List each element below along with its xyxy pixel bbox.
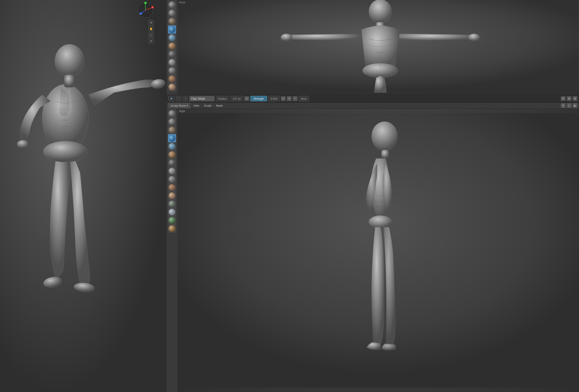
- mode-icon-2: [176, 96, 181, 101]
- camera-tool[interactable]: 🎥: [148, 32, 154, 38]
- brush-flatten-b[interactable]: [168, 175, 176, 183]
- main-3d-scene: X Y Z ✛ ✋ 🎥 #: [0, 0, 166, 392]
- strength-edit-btn[interactable]: ✏: [281, 96, 286, 101]
- main-viewport[interactable]: X Y Z ✛ ✋ 🎥 #: [0, 0, 166, 392]
- svg-point-35: [185, 98, 186, 99]
- svg-rect-38: [381, 150, 389, 158]
- svg-point-8: [17, 140, 29, 148]
- cursor-tool[interactable]: ✛: [148, 20, 154, 25]
- svg-point-33: [171, 98, 172, 99]
- brush-clay-strips-b[interactable]: [168, 134, 176, 142]
- eye-icon[interactable]: 👁: [561, 96, 566, 101]
- top-area: Front: [166, 0, 579, 95]
- brush-blob-b[interactable]: [168, 151, 176, 159]
- settings-icon[interactable]: ⚙: [573, 96, 577, 101]
- svg-point-4: [43, 141, 87, 162]
- viewport-side[interactable]: Right: [177, 109, 579, 392]
- brush-draw2-b[interactable]: [168, 118, 176, 126]
- strength-label: Strength: [250, 96, 267, 101]
- brush-draw-b[interactable]: [168, 110, 176, 118]
- brush-preview-icon: [183, 96, 188, 101]
- brush-snake-b[interactable]: [168, 216, 176, 224]
- brush-inflate[interactable]: [168, 34, 176, 42]
- brush-inflate-b[interactable]: [168, 142, 176, 150]
- brush-palette-top: [166, 0, 177, 95]
- svg-point-39: [369, 215, 392, 228]
- sculpt-mode-btn[interactable]: Sculpt Mode ▾: [168, 103, 190, 108]
- brush-blob[interactable]: [168, 42, 176, 50]
- brush-thumb-b[interactable]: [168, 225, 176, 233]
- mode-bar: Sculpt Mode ▾ View Sculpt Mask 👁 ⬡ ◐: [166, 102, 579, 109]
- remove-btn[interactable]: −: [293, 96, 297, 101]
- view-options[interactable]: 👁: [561, 103, 566, 108]
- sculpt-mode-dropdown: ▾: [187, 104, 188, 107]
- brush-crease[interactable]: [168, 50, 176, 58]
- brush-pinch-b[interactable]: [168, 200, 176, 208]
- brush-draw[interactable]: [168, 1, 176, 9]
- sculpt-mode-label: Sculpt Mode: [170, 104, 186, 107]
- svg-text:Y: Y: [145, 2, 146, 4]
- gizmo-tools: ✛ ✋ 🎥 #: [148, 20, 154, 44]
- brush-scrape[interactable]: [168, 75, 176, 83]
- svg-point-2: [55, 44, 84, 78]
- bottom-area: Right: [166, 109, 579, 392]
- radius-label: Radius: [216, 96, 229, 101]
- right-panel: Front Clay Strips Radius 107 px ✏ Streng…: [166, 0, 579, 392]
- overlay-options[interactable]: ⬡: [567, 103, 572, 108]
- mask-menu[interactable]: Mask: [214, 103, 224, 108]
- brush-crease-b[interactable]: [168, 159, 176, 167]
- brush-clay[interactable]: [168, 17, 176, 25]
- strength-value[interactable]: 0.600: [268, 96, 280, 101]
- main-figure: [0, 0, 166, 392]
- brush-fill-b[interactable]: [168, 192, 176, 200]
- brush-flatten[interactable]: [168, 66, 176, 74]
- add-btn[interactable]: +: [287, 96, 291, 101]
- svg-point-37: [371, 122, 398, 151]
- sculpt-icon: [168, 96, 174, 101]
- radius-edit-btn[interactable]: ✏: [244, 96, 249, 101]
- hand-tool[interactable]: ✋: [148, 26, 154, 31]
- brush-grab-b[interactable]: [168, 208, 176, 216]
- svg-rect-3: [64, 75, 74, 87]
- side-viewport-label: Right: [179, 110, 185, 113]
- brush-draw2[interactable]: [168, 9, 176, 17]
- brush-smooth[interactable]: [168, 58, 176, 66]
- view-menu[interactable]: View: [192, 103, 201, 108]
- grid-tool[interactable]: #: [148, 38, 154, 44]
- svg-text:X: X: [152, 6, 153, 8]
- header-bar: Clay Strips Radius 107 px ✏ Strength 0.6…: [166, 95, 579, 102]
- brush-fill[interactable]: [168, 83, 176, 91]
- shading-options[interactable]: ◐: [573, 103, 577, 108]
- gizmo-area: X Y Z ✛ ✋ 🎥 #: [137, 2, 154, 44]
- brush-smooth-b[interactable]: [168, 167, 176, 175]
- brush-scrape-b[interactable]: [168, 184, 176, 192]
- gizmo-widget[interactable]: X Y Z: [137, 2, 154, 18]
- svg-point-34: [178, 98, 179, 99]
- radius-value[interactable]: 107 px: [230, 96, 243, 101]
- brush-clay-strips[interactable]: [168, 25, 176, 33]
- viewport-front[interactable]: Front: [177, 0, 579, 95]
- brush-name-field[interactable]: Clay Strips: [189, 96, 215, 101]
- svg-point-24: [369, 0, 392, 24]
- brush-menu-btn[interactable]: Brus: [299, 96, 309, 101]
- svg-point-26: [468, 34, 480, 41]
- sculpt-menu[interactable]: Sculpt: [202, 103, 213, 108]
- svg-point-27: [281, 34, 292, 41]
- svg-text:Z: Z: [140, 13, 141, 15]
- nav-icon[interactable]: ⊕: [567, 96, 572, 101]
- front-viewport-label: Front: [179, 1, 185, 4]
- brush-clay-b[interactable]: [168, 126, 176, 134]
- brush-palette-bottom: [166, 109, 177, 392]
